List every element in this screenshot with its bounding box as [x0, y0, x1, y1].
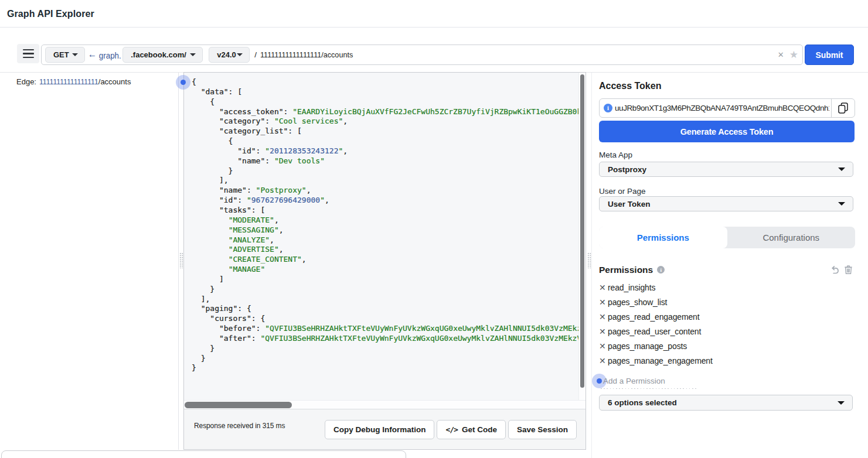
page-title: Graph API Explorer: [7, 9, 94, 19]
bottom-overlay-box: [1, 450, 406, 458]
api-version-value: v24.0: [217, 50, 236, 59]
get-code-button[interactable]: </>Get Code: [437, 420, 506, 439]
horizontal-scrollbar-thumb[interactable]: [185, 402, 292, 408]
hamburger-icon-bar: [23, 49, 34, 50]
code-icon: </>: [445, 425, 457, 434]
vertical-scrollbar: [578, 73, 586, 400]
options-selected-dropdown[interactable]: 6 options selected: [599, 395, 853, 411]
chevron-down-icon: [237, 53, 243, 56]
left-resize-handle[interactable]: [179, 252, 183, 268]
access-token-input[interactable]: [615, 104, 829, 112]
generate-access-token-button[interactable]: Generate Access Token: [599, 121, 855, 142]
graph-back-link[interactable]: ← graph.: [88, 49, 121, 60]
menu-button[interactable]: [17, 44, 39, 63]
edge-label: Edge:: [16, 77, 36, 86]
permission-name: pages_manage_posts: [608, 341, 687, 351]
remove-permission-icon[interactable]: ✕: [599, 342, 608, 350]
permission-item: ✕pages_show_list: [599, 295, 713, 309]
chevron-down-icon: [838, 202, 845, 206]
permission-item: ✕read_insights: [599, 280, 713, 295]
trash-icon[interactable]: [845, 265, 852, 274]
button-label: Get Code: [462, 425, 497, 434]
right-resize-handle[interactable]: [587, 252, 591, 268]
submit-button[interactable]: Submit: [805, 45, 854, 65]
host-value: .facebook.com/: [131, 50, 186, 59]
edge-node-link[interactable]: 11111111111111111: [39, 77, 98, 86]
user-or-page-select[interactable]: User Token: [599, 196, 853, 211]
permission-name: pages_manage_engagement: [608, 356, 713, 365]
chevron-down-icon: [190, 53, 196, 56]
info-icon[interactable]: i: [657, 266, 665, 274]
copy-icon: [838, 102, 848, 114]
http-method-dropdown[interactable]: GET: [45, 47, 85, 63]
chevron-down-icon: [72, 53, 78, 56]
request-url-bar: GET ← graph. .facebook.com/ v24.0 / 1111…: [41, 45, 803, 65]
edge-breadcrumb: Edge:11111111111111111/accounts: [16, 77, 131, 86]
permission-name: read_insights: [608, 283, 655, 292]
user-or-page-value: User Token: [608, 200, 651, 209]
meta-app-select[interactable]: Postproxy: [599, 162, 853, 177]
meta-app-value: Postproxy: [608, 165, 646, 174]
request-path-input[interactable]: 11111111111111111/accounts: [260, 50, 762, 59]
click-marker-json: [176, 75, 190, 90]
host-dropdown[interactable]: .facebook.com/: [122, 47, 203, 63]
hamburger-icon-bar: [23, 53, 34, 54]
options-selected-value: 6 options selected: [608, 398, 677, 407]
json-code: { "data": [ { "access_token": "EAARDYiLo…: [192, 77, 586, 373]
permission-name: pages_read_user_content: [608, 327, 701, 336]
response-time-status: Response received in 315 ms: [194, 422, 285, 430]
json-response[interactable]: { "data": [ { "access_token": "EAARDYiLo…: [184, 73, 586, 400]
add-permission-input[interactable]: Add a Permission: [603, 377, 665, 385]
response-viewer: { "data": [ { "access_token": "EAARDYiLo…: [183, 72, 586, 450]
button-label: Save Session: [517, 425, 568, 434]
remove-permission-icon[interactable]: ✕: [599, 283, 608, 292]
add-permission-underline: [601, 388, 697, 389]
permissions-actions: [831, 265, 852, 274]
info-icon[interactable]: i: [604, 104, 612, 112]
api-version-dropdown[interactable]: v24.0: [209, 47, 250, 63]
permission-item: ✕pages_read_user_content: [599, 324, 713, 339]
path-slash: /: [254, 50, 257, 59]
hamburger-icon-bar: [23, 57, 34, 58]
header-divider: [0, 27, 868, 28]
permission-item: ✕pages_read_engagement: [599, 309, 713, 324]
clear-icon[interactable]: ✕: [778, 50, 784, 59]
right-panel-divider: [591, 73, 592, 458]
save-session-button[interactable]: Save Session: [508, 420, 577, 439]
chevron-down-icon: [838, 401, 845, 405]
http-method-value: GET: [53, 50, 69, 59]
star-icon[interactable]: ★: [789, 50, 798, 60]
permission-name: pages_show_list: [608, 298, 667, 307]
edge-suffix: /accounts: [98, 77, 131, 86]
tab-permissions[interactable]: Permissions: [599, 227, 727, 248]
access-token-field-group: i: [599, 98, 855, 118]
permission-item: ✕pages_manage_posts: [599, 339, 713, 353]
tab-configurations[interactable]: Configurations: [727, 227, 856, 248]
copy-debug-information-button[interactable]: Copy Debug Information: [325, 420, 435, 439]
button-label: Copy Debug Information: [333, 425, 426, 434]
remove-permission-icon[interactable]: ✕: [599, 327, 608, 336]
user-or-page-label: User or Page: [599, 187, 646, 196]
token-tabs: PermissionsConfigurations: [599, 227, 855, 248]
permissions-list: ✕read_insights✕pages_show_list✕pages_rea…: [599, 280, 713, 368]
left-arrow-icon: ←: [88, 49, 97, 60]
permission-name: pages_read_engagement: [608, 312, 699, 322]
vertical-scrollbar-thumb[interactable]: [580, 74, 584, 388]
response-footer-buttons: Copy Debug Information</>Get CodeSave Se…: [325, 420, 577, 439]
chevron-down-icon: [838, 168, 845, 171]
meta-app-label: Meta App: [599, 151, 632, 159]
remove-permission-icon[interactable]: ✕: [599, 357, 608, 365]
response-footer: Response received in 315 ms Copy Debug I…: [184, 409, 586, 449]
horizontal-scrollbar: [184, 400, 586, 409]
permission-item: ✕pages_manage_engagement: [599, 353, 713, 368]
permissions-heading: Permissions: [599, 265, 653, 275]
copy-token-button[interactable]: [831, 98, 855, 118]
access-token-heading: Access Token: [599, 81, 661, 91]
remove-permission-icon[interactable]: ✕: [599, 313, 608, 321]
undo-icon[interactable]: [831, 265, 840, 274]
remove-permission-icon[interactable]: ✕: [599, 298, 608, 306]
permissions-header-row: Permissions i: [599, 265, 852, 275]
